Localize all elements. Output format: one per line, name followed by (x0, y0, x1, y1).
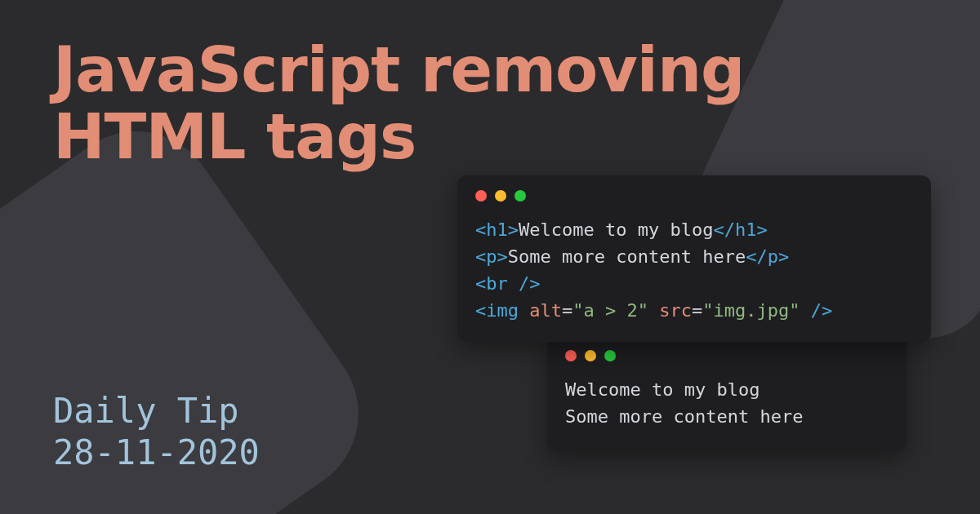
card-content: JavaScript removing HTML tags Daily Tip … (0, 0, 980, 514)
code-window-output: Welcome to my blogSome more content here (547, 335, 906, 451)
footer-label: Daily Tip (53, 391, 260, 432)
window-traffic-lights (565, 350, 889, 361)
traffic-yellow-icon (585, 350, 596, 361)
window-traffic-lights (475, 190, 913, 202)
page-title: JavaScript removing HTML tags (53, 37, 870, 171)
traffic-green-icon (604, 350, 616, 361)
code-windows: <h1>Welcome to my blog</h1><p>Some more … (457, 175, 931, 451)
traffic-green-icon (514, 190, 526, 202)
code-block-output: Welcome to my blogSome more content here (565, 376, 889, 430)
code-block-input: <h1>Welcome to my blog</h1><p>Some more … (475, 216, 913, 324)
footer-date: 28-11-2020 (53, 432, 260, 473)
traffic-yellow-icon (495, 190, 506, 202)
footer-block: Daily Tip 28-11-2020 (53, 391, 260, 473)
traffic-red-icon (565, 350, 577, 361)
traffic-red-icon (475, 190, 487, 202)
code-window-input: <h1>Welcome to my blog</h1><p>Some more … (457, 175, 931, 342)
